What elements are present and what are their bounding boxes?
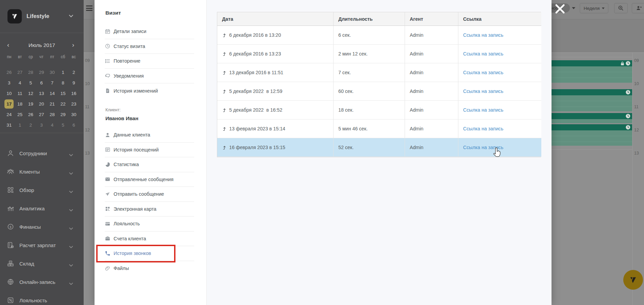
sidebar-item-grid[interactable]: Обзор bbox=[0, 181, 84, 199]
sidebar-item-percent[interactable]: Лояльность bbox=[0, 291, 84, 305]
calendar-day[interactable]: 20 bbox=[36, 101, 47, 107]
calendar-day[interactable]: 12 bbox=[25, 91, 36, 96]
sidebar-item-chart[interactable]: Аналитика bbox=[0, 199, 84, 218]
calendar-day[interactable]: 11 bbox=[15, 91, 26, 96]
calendar-day[interactable]: 5 bbox=[25, 80, 36, 85]
client-menu-item-user[interactable]: Данные клиента bbox=[105, 128, 194, 143]
calendar-day[interactable]: 15 bbox=[57, 91, 68, 96]
sidebar-item-payroll[interactable]: Расчет зарплат bbox=[0, 236, 84, 254]
record-link[interactable]: Ссылка на запись bbox=[463, 126, 503, 131]
calendar-day[interactable]: 4 bbox=[15, 80, 26, 85]
week-view-button[interactable]: Неделя bbox=[580, 3, 608, 13]
calendar-day[interactable]: 25 bbox=[15, 112, 26, 117]
sidebar-item-globe[interactable]: Онлайн-запись bbox=[0, 273, 84, 291]
sidebar-item-warehouse[interactable]: Склад bbox=[0, 254, 84, 273]
calendar-day[interactable]: 5 bbox=[57, 123, 68, 128]
appointment-block[interactable] bbox=[552, 124, 632, 146]
calendar-day[interactable]: 3 bbox=[4, 80, 15, 85]
record-link[interactable]: Ссылка на запись bbox=[463, 89, 503, 94]
client-menu-item-listbox[interactable]: История посещений bbox=[105, 143, 194, 158]
calendar-day[interactable]: 27 bbox=[36, 112, 47, 117]
support-widget-button[interactable] bbox=[623, 270, 643, 290]
calendar-day[interactable]: 22 bbox=[57, 101, 68, 107]
calendar-day[interactable]: 28 bbox=[47, 112, 58, 117]
calendar-day[interactable]: 18 bbox=[15, 101, 26, 107]
record-link[interactable]: Ссылка на запись bbox=[463, 145, 503, 150]
calendar-day[interactable]: 2 bbox=[68, 70, 79, 75]
menu-item-label: Уведомления bbox=[114, 73, 144, 79]
calendar-day[interactable]: 2 bbox=[25, 123, 36, 128]
calendar-day[interactable]: 26 bbox=[4, 70, 15, 75]
cell-duration: 5 мин 46 сек. bbox=[334, 119, 405, 138]
table-header-Длительность: Длительность bbox=[334, 12, 405, 26]
visit-menu-item-document[interactable]: История изменений bbox=[105, 83, 194, 98]
record-link[interactable]: Ссылка на запись bbox=[463, 107, 503, 113]
call-date-text: 5 декабря 2022 в 12:59 bbox=[229, 89, 282, 94]
cell-agent: Admin bbox=[405, 26, 458, 45]
calendar-day[interactable]: 16 bbox=[68, 91, 79, 96]
calendar-day[interactable]: 13 bbox=[36, 91, 47, 96]
calendar-next-button[interactable]: › bbox=[72, 41, 74, 49]
calendar-day[interactable]: 14 bbox=[47, 91, 58, 96]
client-menu-item-qr[interactable]: Электронная карта bbox=[105, 202, 194, 217]
brand-y-icon bbox=[10, 12, 19, 21]
client-menu-item-pie[interactable]: Статистика bbox=[105, 157, 194, 172]
calendar-prev-button[interactable]: ‹ bbox=[7, 41, 9, 49]
calendar-day[interactable]: 3 bbox=[36, 123, 47, 128]
client-menu-item-paperclip[interactable]: Файлы bbox=[105, 261, 194, 276]
visit-menu-item-clock[interactable]: Статус визита bbox=[105, 39, 194, 54]
calendar-day[interactable]: 29 bbox=[57, 112, 68, 117]
calendar-day[interactable]: 24 bbox=[4, 112, 15, 117]
client-menu-item-briefcase[interactable]: Счета клиента bbox=[105, 231, 194, 246]
calendar-day[interactable]: 4 bbox=[47, 123, 58, 128]
record-link[interactable]: Ссылка на запись bbox=[463, 32, 503, 38]
visit-menu-item-list[interactable]: Повторение bbox=[105, 54, 194, 69]
appointment-header bbox=[552, 89, 632, 95]
calendar-day[interactable]: 30 bbox=[68, 112, 79, 117]
brand-row[interactable]: Lifestyle bbox=[0, 0, 84, 33]
visit-menu-item-chat[interactable]: Уведомления bbox=[105, 69, 194, 84]
calendar-day-selected[interactable]: 17 bbox=[4, 99, 14, 109]
calendar-day[interactable]: 21 bbox=[47, 101, 58, 107]
visit-menu-item-calendar[interactable]: Детали записи bbox=[105, 24, 194, 39]
sidebar-item-label: Клиенты bbox=[19, 169, 40, 175]
cell-date: 5 декабря 2022 в 12:59 bbox=[217, 82, 334, 101]
calendar-day[interactable]: 7 bbox=[47, 80, 58, 85]
calendar-day[interactable]: 8 bbox=[57, 80, 68, 85]
client-menu-item-phone[interactable]: История звонков bbox=[105, 246, 194, 261]
calendar-day[interactable]: 6 bbox=[36, 80, 47, 85]
sidebar-item-people[interactable]: Клиенты bbox=[0, 162, 84, 181]
client-menu-item-card[interactable]: Лояльность bbox=[105, 216, 194, 231]
sidebar-item-finance[interactable]: $Финансы bbox=[0, 218, 84, 236]
calendar-day[interactable]: 31 bbox=[4, 123, 15, 128]
calendar-day[interactable]: 30 bbox=[47, 70, 58, 75]
calendar-day[interactable]: 1 bbox=[15, 123, 26, 128]
sidebar-item-person[interactable]: Сотрудники bbox=[0, 144, 84, 162]
calendar-day[interactable]: 10 bbox=[4, 91, 15, 96]
appointment-block[interactable] bbox=[552, 60, 632, 83]
calendar-day[interactable]: 6 bbox=[68, 123, 79, 128]
client-menu-item-envelope[interactable]: Отправленные сообщения bbox=[105, 172, 194, 187]
envelope-icon bbox=[105, 176, 111, 182]
add-client-button[interactable] bbox=[632, 3, 644, 13]
staff-filter-caret-icon[interactable] bbox=[572, 7, 575, 9]
calendar-day[interactable]: 29 bbox=[36, 70, 47, 75]
calendar-day[interactable]: 28 bbox=[25, 70, 36, 75]
outgoing-call-icon bbox=[222, 145, 227, 150]
chevron-down-icon[interactable] bbox=[69, 14, 73, 18]
calendar-day[interactable]: 23 bbox=[68, 101, 79, 107]
record-link[interactable]: Ссылка на запись bbox=[463, 70, 503, 75]
client-menu-item-send[interactable]: Отправить сообщение bbox=[105, 187, 194, 202]
hamburger-menu-icon[interactable] bbox=[86, 5, 92, 12]
appointment-block[interactable] bbox=[552, 89, 632, 111]
zoom-button[interactable] bbox=[614, 3, 628, 13]
percent-icon bbox=[7, 296, 14, 304]
calendar-day[interactable]: 19 bbox=[25, 101, 36, 107]
calendar-day[interactable]: 26 bbox=[25, 112, 36, 117]
close-modal-button[interactable] bbox=[554, 3, 566, 15]
calendar-day[interactable]: 27 bbox=[15, 70, 26, 75]
appointment-block[interactable] bbox=[552, 113, 632, 123]
calendar-day[interactable]: 1 bbox=[57, 70, 68, 75]
calendar-day[interactable]: 9 bbox=[68, 80, 79, 85]
record-link[interactable]: Ссылка на запись bbox=[463, 51, 503, 57]
